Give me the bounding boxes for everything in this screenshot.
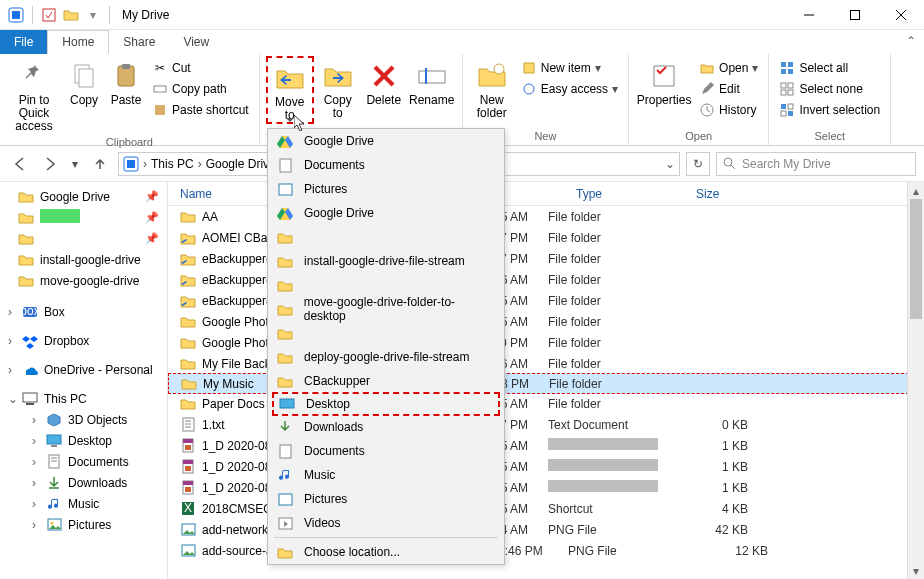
pin-to-quick-access-button[interactable]: Pin to Quick access <box>6 56 62 134</box>
paste-shortcut-button[interactable]: Paste shortcut <box>148 100 253 120</box>
open-button[interactable]: Open ▾ <box>695 58 762 78</box>
qat-dropdown-icon[interactable]: ▾ <box>83 5 103 25</box>
nav-this-pc[interactable]: ⌄This PC <box>0 388 167 409</box>
invert-selection-button[interactable]: Invert selection <box>775 100 884 120</box>
nav-pc-child[interactable]: ›Documents <box>0 451 167 472</box>
tab-home[interactable]: Home <box>47 30 109 54</box>
nav-quick-item[interactable]: Google Drive📌 <box>0 186 167 207</box>
file-type: File folder <box>548 273 668 287</box>
menu-item[interactable]: Music <box>268 463 504 487</box>
file-type: File folder <box>548 397 668 411</box>
copy-path-button[interactable]: Copy path <box>148 79 253 99</box>
qat-properties-icon[interactable] <box>39 5 59 25</box>
chevron-right-icon: › <box>32 476 40 490</box>
menu-item[interactable] <box>268 321 504 345</box>
menu-item[interactable]: Google Drive <box>268 129 504 153</box>
easy-access-button[interactable]: Easy access ▾ <box>517 79 622 99</box>
svg-rect-10 <box>122 64 130 69</box>
select-all-button[interactable]: Select all <box>775 58 884 78</box>
crumb-google-drive[interactable]: Google Drive <box>206 157 276 171</box>
menu-item-label: move-google-drive-folder-to-desktop <box>304 295 494 323</box>
menu-item[interactable]: Videos <box>268 511 504 535</box>
refresh-button[interactable]: ↻ <box>686 152 710 176</box>
nav-pc-child[interactable]: ›Desktop <box>0 430 167 451</box>
menu-item-label: install-google-drive-file-stream <box>304 254 465 268</box>
nav-quick-item[interactable]: install-google-drive <box>0 249 167 270</box>
menu-item[interactable]: Desktop <box>272 392 500 416</box>
svg-rect-54 <box>183 439 193 443</box>
nav-label: Documents <box>68 455 129 469</box>
file-type: File folder <box>548 252 668 266</box>
select-none-button[interactable]: Select none <box>775 79 884 99</box>
col-type[interactable]: Type <box>568 187 688 201</box>
scroll-up-icon[interactable]: ▴ <box>908 182 924 199</box>
navigation-pane: Google Drive📌📌📌install-google-drivemove-… <box>0 182 168 579</box>
forward-button[interactable] <box>38 152 62 176</box>
menu-item[interactable]: CBackupper <box>268 369 504 393</box>
file-type: PNG File <box>548 523 668 537</box>
rename-button[interactable]: Rename <box>408 56 456 107</box>
nav-pc-child[interactable]: ›3D Objects <box>0 409 167 430</box>
col-size[interactable]: Size <box>688 187 788 201</box>
menu-item[interactable]: Documents <box>268 153 504 177</box>
tab-view[interactable]: View <box>169 30 223 54</box>
menu-item[interactable]: deploy-google-drive-file-stream <box>268 345 504 369</box>
menu-item[interactable]: Pictures <box>268 487 504 511</box>
svg-rect-42 <box>47 435 61 444</box>
paste-button[interactable]: Paste <box>106 56 146 107</box>
maximize-button[interactable] <box>832 0 878 30</box>
edit-button[interactable]: Edit <box>695 79 762 99</box>
nav-quick-item[interactable]: 📌 <box>0 207 167 228</box>
png-icon <box>180 543 196 559</box>
cut-button[interactable]: ✂Cut <box>148 58 253 78</box>
qat-folder-icon[interactable] <box>61 5 81 25</box>
nav-quick-item[interactable]: 📌 <box>0 228 167 249</box>
svg-rect-30 <box>781 104 786 109</box>
file-size: 1 KB <box>668 439 748 453</box>
tab-share[interactable]: Share <box>109 30 169 54</box>
menu-item[interactable] <box>268 225 504 249</box>
recent-locations-button[interactable]: ▾ <box>68 152 82 176</box>
pin-indicator-icon: 📌 <box>145 232 159 245</box>
rar-icon <box>180 438 196 454</box>
menu-choose-location[interactable]: Choose location... <box>268 540 504 564</box>
new-folder-button[interactable]: New folder <box>469 56 515 120</box>
svg-rect-68 <box>280 399 294 408</box>
back-button[interactable] <box>8 152 32 176</box>
delete-button[interactable]: Delete <box>362 56 406 107</box>
history-button[interactable]: History <box>695 100 762 120</box>
scroll-down-icon[interactable]: ▾ <box>908 562 924 579</box>
tab-file[interactable]: File <box>0 30 47 54</box>
copy-button[interactable]: Copy <box>64 56 104 107</box>
nav-pc-child[interactable]: ›Music <box>0 493 167 514</box>
menu-item-icon <box>276 348 294 366</box>
scrollbar-thumb[interactable] <box>910 199 922 319</box>
menu-item[interactable]: Pictures <box>268 177 504 201</box>
menu-item[interactable]: move-google-drive-folder-to-desktop <box>268 297 504 321</box>
menu-item[interactable]: Downloads <box>268 415 504 439</box>
nav-pc-child[interactable]: ›Downloads <box>0 472 167 493</box>
chevron-right-icon: › <box>8 305 16 319</box>
menu-item[interactable]: install-google-drive-file-stream <box>268 249 504 273</box>
nav-cloud-item[interactable]: ›Dropbox <box>0 330 167 351</box>
nav-pc-child[interactable]: ›Pictures <box>0 514 167 535</box>
crumb-this-pc[interactable]: This PC <box>151 157 194 171</box>
title-bar: ▾ My Drive <box>0 0 924 30</box>
nav-cloud-item[interactable]: ›boxBox <box>0 301 167 322</box>
collapse-ribbon-icon[interactable]: ⌃ <box>906 34 916 48</box>
vertical-scrollbar[interactable]: ▴ ▾ <box>907 182 924 579</box>
folder-icon <box>180 209 196 225</box>
copy-to-button[interactable]: Copy to <box>316 56 360 120</box>
new-item-button[interactable]: New item ▾ <box>517 58 622 78</box>
search-box[interactable]: Search My Drive <box>716 152 916 176</box>
minimize-button[interactable] <box>786 0 832 30</box>
properties-button[interactable]: Properties <box>635 56 693 107</box>
menu-item[interactable]: Documents <box>268 439 504 463</box>
up-button[interactable] <box>88 152 112 176</box>
menu-item[interactable]: Google Drive <box>268 201 504 225</box>
nav-quick-item[interactable]: move-google-drive <box>0 270 167 291</box>
close-button[interactable] <box>878 0 924 30</box>
menu-item[interactable] <box>268 273 504 297</box>
nav-cloud-item[interactable]: ›OneDrive - Personal <box>0 359 167 380</box>
menu-item-label: deploy-google-drive-file-stream <box>304 350 469 364</box>
